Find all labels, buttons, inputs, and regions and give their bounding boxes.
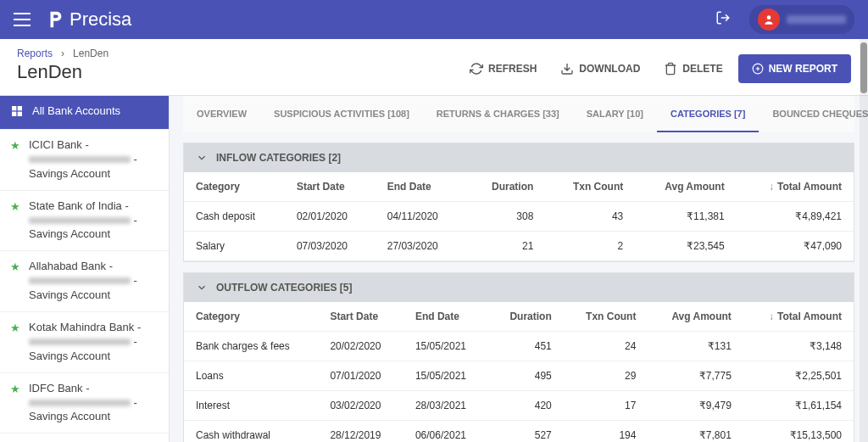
delete-button[interactable]: DELETE — [655, 57, 731, 81]
chevron-down-icon — [196, 282, 208, 294]
table-cell: Cash withdrawal — [184, 421, 318, 443]
brand-name: Precisa — [70, 8, 131, 31]
scrollbar[interactable] — [860, 39, 868, 442]
table-cell: Bank charges & fees — [184, 332, 318, 361]
tab[interactable]: OVERVIEW — [183, 97, 260, 132]
table-header[interactable]: ↓Total Amount — [743, 302, 854, 332]
table-header[interactable]: Txn Count — [564, 302, 648, 332]
table-cell: ₹15,13,500 — [743, 421, 854, 443]
sidebar-item-account[interactable]: ★ICICI Bank - - Savings Account — [0, 130, 169, 191]
table-cell: Interest — [184, 391, 318, 421]
account-label: Allahabad Bank - - Savings Account — [29, 260, 137, 303]
table-cell: 24 — [564, 332, 648, 361]
tabs: OVERVIEWSUSPICIOUS ACTIVITIES [108]RETUR… — [183, 96, 854, 132]
scrollbar-thumb[interactable] — [860, 42, 867, 93]
svg-rect-3 — [18, 106, 22, 110]
download-icon — [560, 62, 574, 76]
table-header[interactable]: Avg Amount — [635, 172, 736, 202]
tab[interactable]: BOUNCED CHEQUES [0] — [759, 97, 868, 132]
table-cell: 04/11/2020 — [376, 202, 466, 232]
avatar-icon — [758, 8, 780, 31]
table-cell: 28/12/2019 — [318, 421, 403, 443]
table-row[interactable]: Interest03/02/202028/03/202142017₹9,479₹… — [184, 391, 854, 421]
table-header[interactable]: Category — [184, 302, 318, 332]
table-cell: 17 — [564, 391, 648, 421]
sidebar-item-all-accounts[interactable]: All Bank Accounts — [0, 96, 169, 130]
table-cell: ₹9,479 — [648, 391, 743, 421]
outflow-section: OUTFLOW CATEGORIES [5] CategoryStart Dat… — [183, 272, 854, 442]
table-cell: Loans — [184, 361, 318, 391]
table-row[interactable]: Loans07/01/202015/05/202149529₹7,775₹2,2… — [184, 361, 854, 391]
table-cell: ₹131 — [648, 332, 743, 361]
sidebar-item-account[interactable]: ★Allahabad Bank - - Savings Account — [0, 251, 169, 312]
star-icon: ★ — [10, 200, 20, 213]
table-header[interactable]: Duration — [488, 302, 563, 332]
table-header[interactable]: Avg Amount — [648, 302, 743, 332]
account-label: State Bank of India - - Savings Account — [29, 199, 159, 243]
table-cell: 27/03/2020 — [376, 232, 466, 261]
table-cell: 15/05/2021 — [403, 361, 489, 391]
table-cell: 527 — [488, 421, 563, 443]
star-icon: ★ — [10, 139, 20, 152]
inflow-table: CategoryStart DateEnd DateDurationTxn Co… — [184, 172, 854, 261]
table-header[interactable]: Txn Count — [545, 172, 635, 202]
plus-circle-icon — [752, 63, 764, 75]
inflow-header[interactable]: INFLOW CATEGORIES [2] — [184, 143, 854, 172]
refresh-icon — [470, 62, 483, 76]
user-chip[interactable] — [749, 5, 854, 34]
sidebar-item-account[interactable]: ★Kotak Mahindra Bank - - Savings Account — [0, 312, 169, 373]
download-button[interactable]: DOWNLOAD — [552, 57, 648, 81]
star-icon: ★ — [10, 383, 20, 395]
table-row[interactable]: Salary07/03/202027/03/2020212₹23,545₹47,… — [184, 232, 854, 261]
breadcrumb-root[interactable]: Reports — [17, 48, 53, 59]
tab[interactable]: RETURNS & CHARGES [33] — [423, 97, 573, 132]
table-cell: 451 — [488, 332, 563, 361]
table-header[interactable]: Start Date — [285, 172, 376, 202]
table-cell: 21 — [466, 232, 546, 261]
table-row[interactable]: Cash withdrawal28/12/201906/06/202152719… — [184, 421, 854, 443]
page-header: Reports › LenDen LenDen REFRESH DOWNLOAD… — [0, 39, 868, 96]
outflow-header[interactable]: OUTFLOW CATEGORIES [5] — [184, 273, 854, 302]
table-cell: 06/06/2021 — [403, 421, 489, 443]
table-header[interactable]: Start Date — [318, 302, 403, 332]
sidebar-item-account[interactable]: ★State Bank of India - - Savings Account — [0, 191, 169, 252]
main-content: OVERVIEWSUSPICIOUS ACTIVITIES [108]RETUR… — [170, 96, 868, 442]
tab[interactable]: CATEGORIES [7] — [657, 97, 759, 132]
chevron-down-icon — [196, 152, 208, 164]
svg-point-0 — [767, 15, 771, 20]
table-header[interactable]: Category — [184, 172, 285, 202]
page-title: LenDen — [17, 61, 108, 83]
star-icon: ★ — [10, 322, 20, 334]
table-header[interactable]: Duration — [466, 172, 546, 202]
brand-logo[interactable]: Precisa — [46, 8, 131, 31]
table-cell: 07/01/2020 — [318, 361, 403, 391]
table-cell: 03/02/2020 — [318, 391, 403, 421]
table-cell: 15/05/2021 — [403, 332, 489, 361]
menu-icon[interactable] — [14, 13, 31, 26]
table-header[interactable]: End Date — [376, 172, 466, 202]
username-blurred — [787, 15, 846, 24]
table-cell: ₹1,61,154 — [743, 391, 854, 421]
svg-rect-4 — [12, 112, 16, 116]
sidebar-item-label: All Bank Accounts — [32, 104, 120, 119]
table-cell: Cash deposit — [184, 202, 285, 232]
table-cell: 28/03/2021 — [403, 391, 489, 421]
tab[interactable]: SALARY [10] — [573, 97, 657, 132]
sidebar-item-account[interactable]: ★City Union Bank - — [0, 434, 169, 442]
table-cell: ₹3,148 — [743, 332, 854, 361]
table-row[interactable]: Bank charges & fees20/02/202015/05/20214… — [184, 332, 854, 361]
table-cell: ₹4,89,421 — [737, 202, 854, 232]
table-header[interactable]: ↓Total Amount — [737, 172, 854, 202]
table-header[interactable]: End Date — [403, 302, 489, 332]
table-cell: 308 — [466, 202, 546, 232]
logo-icon — [46, 10, 64, 29]
tab[interactable]: SUSPICIOUS ACTIVITIES [108] — [260, 97, 423, 132]
refresh-button[interactable]: REFRESH — [461, 57, 545, 81]
logout-icon[interactable] — [715, 10, 731, 29]
new-report-button[interactable]: NEW REPORT — [738, 54, 851, 83]
table-cell: ₹11,381 — [635, 202, 736, 232]
sidebar: All Bank Accounts ★ICICI Bank - - Saving… — [0, 96, 170, 442]
table-cell: 495 — [488, 361, 563, 391]
table-row[interactable]: Cash deposit02/01/202004/11/202030843₹11… — [184, 202, 854, 232]
sidebar-item-account[interactable]: ★IDFC Bank - - Savings Account — [0, 373, 169, 434]
